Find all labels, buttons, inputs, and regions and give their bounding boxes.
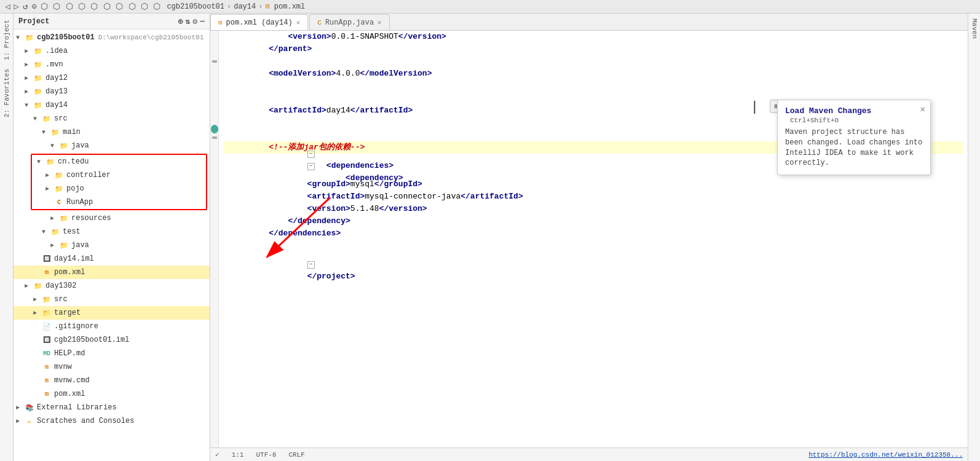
gutter-mark [212,60,217,63]
tree-item-java2[interactable]: ► 📁 java [14,238,210,252]
sidebar-icon-3[interactable]: ⚙ [192,17,197,26]
red-box-highlight: ▼ 📁 cn.tedu ► 📁 controller ► 📁 pojo [31,154,207,210]
sidebar-content: ▼ 📁 cgb2105boot01 D:\workspace\cgb2105bo… [14,30,210,461]
code-line: </dependency> [224,215,963,227]
tree-arrow: ► [50,215,59,222]
favorites-panel-label[interactable]: 2: Favorites [2,65,12,121]
tree-item-help-md[interactable]: ► MD HELP.md [14,347,210,360]
tree-item-mvn[interactable]: ► 📁 .mvn [14,58,210,71]
tree-arrow: ► [50,242,59,249]
scratches-label: Scratches and Consoles [37,417,134,425]
tree-item-idea[interactable]: ► 📁 .idea [14,44,210,58]
folder-icon: 📁 [59,240,69,250]
gutter-mark [212,136,217,139]
tree-item-test[interactable]: ▼ 📁 test [14,225,210,238]
tree-item-pojo[interactable]: ► 📁 pojo [32,182,206,195]
tree-item-java[interactable]: ▼ 📁 java [14,139,210,152]
project-panel-label[interactable]: 1: Project [2,16,12,64]
bottom-linesep: CRLF [288,451,304,459]
bottom-encoding: UTF-8 [256,451,276,459]
tree-arrow: ▼ [42,129,50,136]
sidebar-icon-2[interactable]: ⇅ [186,17,191,26]
breadcrumb: cgb2105boot01 › day14 › m pom.xml [167,2,305,11]
tree-item-cn-tedu[interactable]: ▼ 📁 cn.tedu [32,155,206,168]
maven-popup-close[interactable]: ✕ [920,104,925,114]
tree-item-pom-xml[interactable]: ► m pom.xml [14,266,210,279]
folder-icon: 📁 [54,184,64,194]
tree-item-mvnw[interactable]: ► m mvnw [14,360,210,374]
tree-item-mvnw-cmd[interactable]: ► m mvnw.cmd [14,374,210,387]
tree-item-cgb-iml[interactable]: ► 🔲 cgb2105boot01.iml [14,333,210,347]
lib-icon: 📚 [25,403,34,412]
xml-tab-icon: m [218,19,223,26]
tab-pom-xml[interactable]: m pom.xml (day14) ✕ [210,14,308,30]
bottom-event: ✓ [215,451,219,459]
tree-item-main[interactable]: ▼ 📁 main [14,125,210,139]
nav-icons[interactable]: ⬡ ⬡ ⬡ ⬡ ⬡ ⬡ ⬡ ⬡ ⬡ ⬡ [41,1,161,12]
tree-item-controller[interactable]: ► 📁 controller [32,168,206,182]
code-line: <modelVersion>4.0.0</modelVersion> [224,68,963,80]
tree-item-src-root[interactable]: ► 📁 src [14,293,210,306]
refresh-icon[interactable]: ↺ [23,1,28,12]
tree-item-RunApp[interactable]: ► C RunApp [32,195,206,209]
xml-icon: m [42,267,52,277]
home-icon[interactable]: ⊙ [31,1,36,12]
tree-item-cgb2105boot01[interactable]: ▼ 📁 cgb2105boot01 D:\workspace\cgb2105bo… [14,31,210,44]
tree-item-resources[interactable]: ► 📁 resources [14,211,210,225]
folder-icon: 📁 [59,141,69,151]
tree-item-gitignore[interactable]: ► 📄 .gitignore [14,320,210,333]
tree-item-target[interactable]: ► 📁 target [14,306,210,320]
editor-content: <version>0.0.1-SNAPSHOT</version> </pare… [210,31,968,447]
tree-item-pom-xml-root[interactable]: ► m pom.xml [14,387,210,401]
iml-icon: 🔲 [42,254,52,264]
forward-icon[interactable]: ▷ [14,1,18,12]
sidebar-icon-1[interactable]: ⊕ [178,17,183,26]
sidebar-icon-4[interactable]: — [200,17,205,26]
tree-item-src[interactable]: ▼ 📁 src [14,112,210,125]
tab-runapp[interactable]: C RunApp.java ✕ [309,14,389,30]
file-icon: m [42,376,52,385]
tree-item-ext-libraries[interactable]: ► 📚 External Libraries [14,401,210,414]
breadcrumb-day14[interactable]: day14 [234,2,256,11]
java-tab-icon: C [317,19,322,26]
breadcrumb-file: m pom.xml [265,2,305,11]
code-line: </parent> [224,43,963,55]
back-icon[interactable]: ◁ [5,1,10,12]
folder-icon: 📁 [50,227,60,237]
left-panel-strip: 1: Project 2: Favorites [0,14,14,461]
code-editor[interactable]: <version>0.0.1-SNAPSHOT</version> </pare… [219,31,968,447]
tree-item-day1302[interactable]: ► 📁 day1302 [14,279,210,293]
tree-item-day14[interactable]: ▼ 📁 day14 [14,98,210,112]
sidebar-title: Project [18,17,49,26]
tab-close-runapp[interactable]: ✕ [377,18,382,26]
folder-icon: 📁 [33,60,43,69]
xml-icon: m [42,389,52,399]
pom-icon: m [265,2,274,11]
bottom-url[interactable]: https://blog.csdn.net/weixin_012358... [808,451,963,459]
breadcrumb-root[interactable]: cgb2105boot01 [167,2,224,11]
maven-panel-label[interactable]: Maven [970,14,979,44]
tab-close-pom[interactable]: ✕ [296,18,301,26]
tree-arrow: ► [45,186,54,192]
code-line [224,80,963,92]
tree-arrow: ▼ [50,143,59,149]
folder-icon: 📁 [33,73,43,83]
folder-icon: 📁 [50,127,60,137]
file-icon: m [42,362,52,372]
folder-icon: 📁 [59,213,69,223]
tree-arrow: ► [25,75,33,82]
folder-icon: 📁 [33,87,43,97]
fold-button[interactable]: − [307,261,315,269]
scratches-icon: ✏️ [25,416,34,426]
gutter-mark [211,125,218,133]
tab-runapp-label: RunApp.java [325,18,374,27]
tree-item-day12[interactable]: ► 📁 day12 [14,71,210,85]
tree-item-day13[interactable]: ► 📁 day13 [14,85,210,98]
bottom-status: 1:1 [232,451,244,459]
maven-shortcut: Ctrl+Shift+O [790,117,839,124]
maven-popup: ✕ Load Maven Changes Ctrl+Shift+O Maven … [777,100,931,175]
iml-icon: 🔲 [42,335,52,345]
tree-item-day14-iml[interactable]: ► 🔲 day14.iml [14,252,210,266]
fold-button[interactable]: − [307,163,315,170]
tree-item-scratches[interactable]: ► ✏️ Scratches and Consoles [14,414,210,428]
